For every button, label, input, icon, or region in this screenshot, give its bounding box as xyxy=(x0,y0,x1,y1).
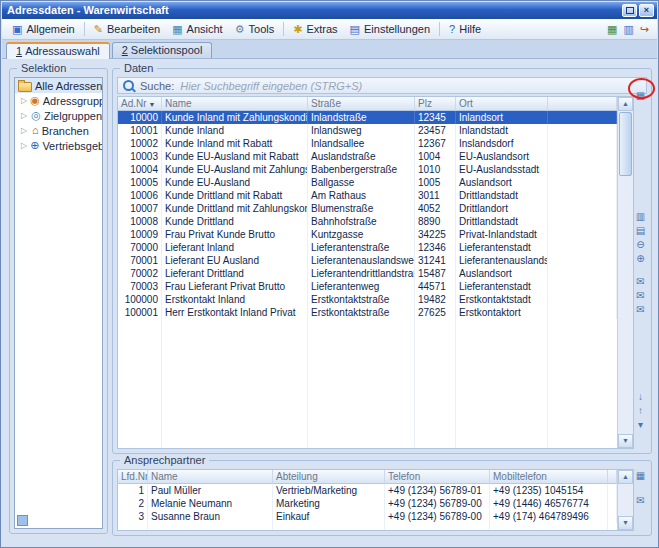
menu-allgemein[interactable]: ▣Allgemein xyxy=(6,21,81,37)
column-header-abteilung[interactable]: Abteilung xyxy=(273,470,385,484)
menu-extras[interactable]: ✱Extras xyxy=(287,21,343,37)
column-header-telefon[interactable]: Telefon xyxy=(385,470,490,484)
export-icon[interactable]: ↓ xyxy=(634,390,647,403)
cell-plz: 27625 xyxy=(415,306,456,319)
scroll-down-icon[interactable]: ▾ xyxy=(634,418,647,431)
contacts-table: Lfd.Nr.NameAbteilungTelefonMobiltelefon … xyxy=(117,469,634,531)
close-icon[interactable] xyxy=(639,4,654,17)
table-row[interactable]: 10009Frau Privat Kunde BruttoKuntzgasse3… xyxy=(118,228,617,241)
menu-hilfe[interactable]: ?Hilfe xyxy=(443,21,487,37)
cell-ort: Erstkontaktort xyxy=(456,306,548,319)
table-row[interactable]: 10006Kunde Drittland mit RabattAm Rathau… xyxy=(118,189,617,202)
sidebar-item-vertriebsgebiete[interactable]: ▷⊕Vertriebsgebiete xyxy=(15,138,102,153)
column-header-label: Ort xyxy=(459,98,473,109)
table-row[interactable]: 10007Kunde Drittland mit Zahlungskonditi… xyxy=(118,202,617,215)
table-row[interactable]: 10008Kunde DrittlandBahnhofstraße8890Dri… xyxy=(118,215,617,228)
view-grid-icon[interactable]: ▦ xyxy=(607,24,617,35)
sidebar-item-alle-adressen[interactable]: Alle Adressen xyxy=(15,78,102,93)
cell-empty xyxy=(548,280,617,293)
selection-tree: Alle Adressen▷◉Adressgruppen▷◎Zielgruppe… xyxy=(14,77,103,529)
column-chooser-icon[interactable]: ▦ xyxy=(634,469,647,482)
cell-strasse: Ballgasse xyxy=(308,176,415,189)
clipboard-icon[interactable]: ▤ xyxy=(634,224,647,237)
table-row[interactable]: 70002Lieferant DrittlandLieferantendritt… xyxy=(118,267,617,280)
contact-row[interactable]: 3Susanne BraunEinkauf+49 (1234) 56789-00… xyxy=(118,510,617,523)
expander-icon[interactable]: ▷ xyxy=(21,111,28,120)
scrollbar-thumb[interactable] xyxy=(619,112,632,176)
cell-lfdnr: 2 xyxy=(118,497,148,510)
table-row[interactable]: 10003Kunde EU-Ausland mit RabattAuslands… xyxy=(118,150,617,163)
menu-einstellungen[interactable]: ▤Einstellungen xyxy=(344,21,436,37)
menu-ansicht[interactable]: ▦Ansicht xyxy=(166,21,228,37)
scroll-grip[interactable] xyxy=(17,515,28,526)
search-bar[interactable]: Suche: Hier Suchbegriff eingeben (STRG+S… xyxy=(117,77,647,94)
scroll-down-icon[interactable]: ▼ xyxy=(618,516,633,530)
sidebar-item-adressgruppen[interactable]: ▷◉Adressgruppen xyxy=(15,93,102,108)
expander-icon[interactable]: ▷ xyxy=(21,96,27,105)
expander-icon[interactable]: ▷ xyxy=(21,141,27,150)
column-header-mobiltelefon[interactable]: Mobiltelefon xyxy=(490,470,608,484)
contact-row[interactable]: 1Paul MüllerVertrieb/Marketing+49 (1234)… xyxy=(118,484,617,497)
titlebar[interactable]: Adressdaten - Warenwirtschaft xyxy=(2,2,657,19)
tab-selektionspool[interactable]: 2Selektionspool xyxy=(112,42,213,58)
copy-icon[interactable]: ▥ xyxy=(634,210,647,223)
zoom-in-icon[interactable]: ⊕ xyxy=(634,252,647,265)
sidebar-item-zielgruppen[interactable]: ▷◎Zielgruppen xyxy=(15,108,102,123)
cell-ort: Privat-Inlandstadt xyxy=(456,228,548,241)
zoom-out-icon[interactable]: ⊖ xyxy=(634,238,647,251)
column-header-straße[interactable]: Straße xyxy=(308,97,415,111)
tools-icon: ⚙ xyxy=(235,24,245,35)
cell-name: Kunde EU-Ausland mit Rabatt xyxy=(162,150,308,163)
menu-bearbeiten[interactable]: ✎Bearbeiten xyxy=(88,21,166,37)
table-row[interactable]: 10000Kunde Inland mit Zahlungskondition … xyxy=(118,111,617,124)
column-header-lfd-nr-[interactable]: Lfd.Nr. xyxy=(118,470,148,484)
column-header-ort[interactable]: Ort xyxy=(456,97,548,111)
table-row[interactable]: 100000Erstkontakt InlandErstkontaktstraß… xyxy=(118,293,617,306)
contacts-grid: Lfd.Nr.NameAbteilungTelefonMobiltelefon … xyxy=(118,470,617,530)
contacts-scrollbar[interactable]: ▲ ▼ xyxy=(617,470,633,530)
cell-strasse: Lieferantenauslandsweg xyxy=(308,254,415,267)
scroll-up-icon[interactable]: ▲ xyxy=(618,97,633,111)
restore-icon[interactable] xyxy=(622,4,637,17)
column-chooser-icon[interactable]: ▦ xyxy=(634,89,647,102)
exit-icon[interactable]: ↪ xyxy=(640,24,649,35)
expander-icon[interactable]: ▷ xyxy=(21,126,29,135)
email-icon[interactable]: ✉ xyxy=(634,275,647,288)
menu-tools[interactable]: ⚙Tools xyxy=(229,21,281,37)
column-header-plz[interactable]: Plz xyxy=(415,97,456,111)
table-row[interactable]: 70000Lieferant InlandLieferantenstraße12… xyxy=(118,241,617,254)
cell-adnr: 10002 xyxy=(118,137,162,150)
tab-adressauswahl[interactable]: 1Adressauswahl xyxy=(6,42,110,59)
column-header-label: Name xyxy=(151,471,178,482)
scroll-up-icon[interactable]: ▲ xyxy=(618,470,633,484)
sidebar-item-branchen[interactable]: ▷⌂Branchen xyxy=(15,123,102,138)
search-input[interactable]: Hier Suchbegriff eingeben (STRG+S) xyxy=(180,80,362,92)
table-row[interactable]: 10001Kunde InlandInlandsweg23457Inlandst… xyxy=(118,124,617,137)
table-row[interactable]: 70001Lieferant EU AuslandLieferantenausl… xyxy=(118,254,617,267)
table-row[interactable]: 10004Kunde EU-Ausland mit Zahlungskondit… xyxy=(118,163,617,176)
email-icon[interactable]: ✉ xyxy=(634,494,647,507)
table-row[interactable]: 70003Frau Lieferant Privat BruttoLiefera… xyxy=(118,280,617,293)
tab-label: Adressauswahl xyxy=(25,45,100,57)
column-header-name[interactable]: Name xyxy=(148,470,273,484)
table-row[interactable]: 10005Kunde EU-AuslandBallgasse1005Auslan… xyxy=(118,176,617,189)
cell-ort: Drittlandstadt xyxy=(456,215,548,228)
rail-section: ▦ xyxy=(634,469,647,482)
cell-plz: 44571 xyxy=(415,280,456,293)
scrollbar-track[interactable] xyxy=(618,177,633,434)
scroll-down-icon[interactable]: ▼ xyxy=(618,434,633,448)
scrollbar-track[interactable] xyxy=(618,484,633,516)
email-icon[interactable]: ✉ xyxy=(634,303,647,316)
table-row[interactable]: 10002Kunde Inland mit RabattInlandsallee… xyxy=(118,137,617,150)
cell-plz: 8890 xyxy=(415,215,456,228)
email-icon[interactable]: ✉ xyxy=(634,289,647,302)
view-form-icon[interactable]: ▥ xyxy=(623,24,633,35)
import-icon[interactable]: ↑ xyxy=(634,404,647,417)
table-row[interactable]: 100001Herr Erstkontakt Inland PrivatErst… xyxy=(118,306,617,319)
vertical-scrollbar[interactable]: ▲ ▼ xyxy=(617,97,633,448)
column-header-name[interactable]: Name xyxy=(162,97,308,111)
column-header-ad-nr[interactable]: Ad.Nr▼ xyxy=(118,97,162,111)
contact-row[interactable]: 2Melanie NeumannMarketing+49 (1234) 5678… xyxy=(118,497,617,510)
cell-name: Kunde Inland mit Zahlungskondition und L… xyxy=(162,111,308,124)
column-header-label: Plz xyxy=(418,98,432,109)
